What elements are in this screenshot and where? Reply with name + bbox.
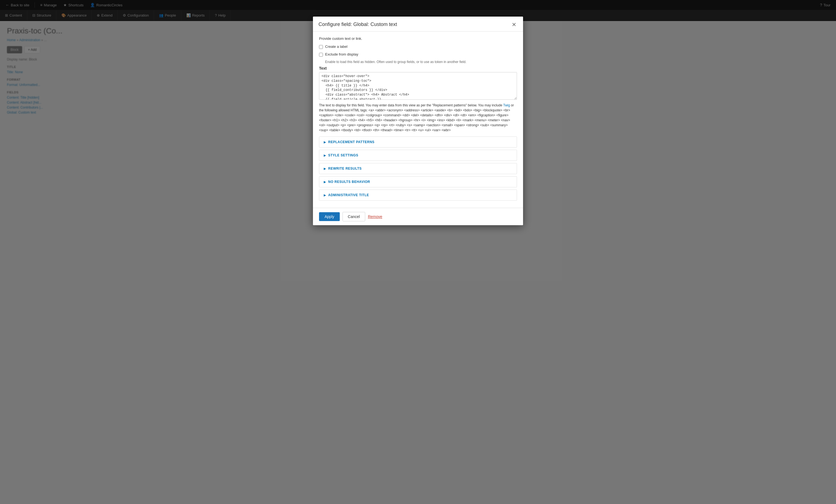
rewrite-results-title: REWRITE RESULTS: [328, 167, 362, 171]
create-label-label[interactable]: Create a label: [325, 44, 347, 49]
modal-description: Provide custom text or link.: [319, 37, 517, 41]
create-label-checkbox[interactable]: [319, 45, 323, 49]
exclude-display-label[interactable]: Exclude from display: [325, 52, 358, 56]
replacement-patterns-title: REPLACEMENT PATTERNS: [328, 140, 375, 144]
apply-button[interactable]: Apply: [319, 212, 340, 221]
create-label-row: Create a label: [319, 44, 517, 49]
rewrite-results-arrow: ▶: [324, 167, 326, 171]
modal-body: Provide custom text or link. Create a la…: [313, 32, 523, 208]
exclude-display-checkbox[interactable]: [319, 53, 323, 57]
administrative-title-header[interactable]: ▶ ADMINISTRATIVE TITLE: [319, 190, 517, 200]
rewrite-results-header[interactable]: ▶ REWRITE RESULTS: [319, 163, 517, 174]
modal-overlay: Configure field: Global: Custom text ✕ P…: [0, 0, 836, 504]
exclude-display-row: Exclude from display: [319, 52, 517, 57]
text-textarea[interactable]: <div class="hover-over"> <div class="spa…: [319, 72, 517, 100]
replacement-patterns-section: ▶ REPLACEMENT PATTERNS: [319, 136, 517, 148]
no-results-header[interactable]: ▶ NO RESULTS BEHAVIOR: [319, 177, 517, 187]
no-results-arrow: ▶: [324, 180, 326, 184]
style-settings-header[interactable]: ▶ STYLE SETTINGS: [319, 150, 517, 160]
text-field-label: Text: [319, 66, 517, 71]
remove-button[interactable]: Remove: [368, 212, 382, 221]
administrative-title-title: ADMINISTRATIVE TITLE: [328, 193, 369, 197]
help-text: The text to display for this field. You …: [319, 103, 517, 133]
modal-close-button[interactable]: ✕: [511, 22, 517, 27]
replacement-patterns-header[interactable]: ▶ REPLACEMENT PATTERNS: [319, 137, 517, 147]
style-settings-title: STYLE SETTINGS: [328, 153, 358, 157]
modal-footer: Apply Cancel Remove: [313, 208, 523, 225]
modal-header: Configure field: Global: Custom text ✕: [313, 17, 523, 32]
administrative-title-arrow: ▶: [324, 193, 326, 197]
administrative-title-section: ▶ ADMINISTRATIVE TITLE: [319, 190, 517, 200]
cancel-button[interactable]: Cancel: [343, 212, 365, 221]
help-text-prefix: The text to display for this field. You …: [319, 103, 503, 107]
twig-link[interactable]: Twig: [503, 103, 510, 107]
style-settings-section: ▶ STYLE SETTINGS: [319, 150, 517, 161]
help-text-suffix: or the following allowed HTML tags: <a> …: [319, 103, 514, 132]
no-results-title: NO RESULTS BEHAVIOR: [328, 180, 370, 184]
style-settings-arrow: ▶: [324, 154, 326, 157]
no-results-section: ▶ NO RESULTS BEHAVIOR: [319, 176, 517, 187]
rewrite-results-section: ▶ REWRITE RESULTS: [319, 163, 517, 174]
exclude-sublabel: Enable to load this field as hidden. Oft…: [325, 60, 517, 64]
replacement-patterns-arrow: ▶: [324, 140, 326, 144]
modal-title: Configure field: Global: Custom text: [319, 22, 397, 27]
configure-field-modal: Configure field: Global: Custom text ✕ P…: [313, 17, 523, 225]
